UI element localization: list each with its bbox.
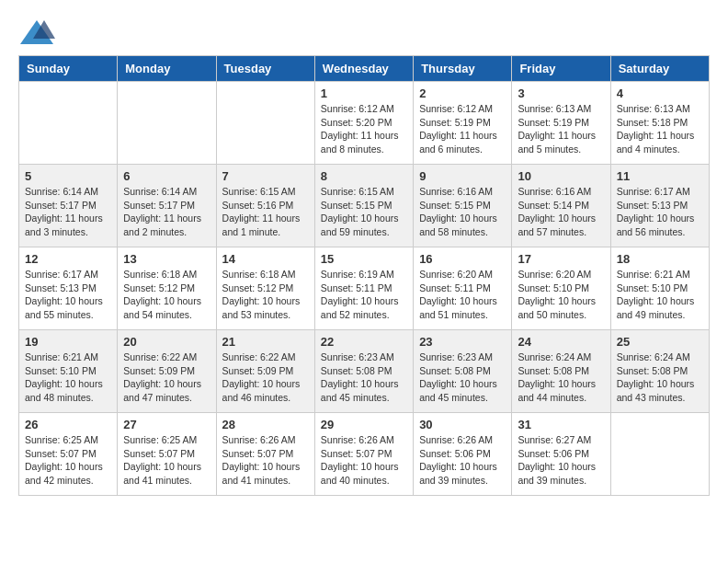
calendar-cell	[610, 413, 709, 496]
calendar-cell: 1Sunrise: 6:12 AM Sunset: 5:20 PM Daylig…	[314, 82, 413, 165]
calendar-cell: 8Sunrise: 6:15 AM Sunset: 5:15 PM Daylig…	[314, 165, 413, 247]
day-number: 26	[25, 418, 111, 431]
day-info: Sunrise: 6:13 AM Sunset: 5:19 PM Dayligh…	[518, 102, 604, 156]
calendar-cell: 19Sunrise: 6:21 AM Sunset: 5:10 PM Dayli…	[19, 330, 118, 413]
day-info: Sunrise: 6:20 AM Sunset: 5:11 PM Dayligh…	[419, 268, 506, 322]
day-number: 6	[123, 169, 210, 183]
calendar-cell: 14Sunrise: 6:18 AM Sunset: 5:12 PM Dayli…	[216, 247, 314, 330]
day-number: 29	[321, 418, 407, 431]
day-info: Sunrise: 6:27 AM Sunset: 5:06 PM Dayligh…	[518, 433, 604, 488]
calendar-cell: 4Sunrise: 6:13 AM Sunset: 5:18 PM Daylig…	[610, 82, 709, 165]
day-number: 31	[518, 418, 604, 431]
calendar-cell: 5Sunrise: 6:14 AM Sunset: 5:17 PM Daylig…	[19, 165, 118, 247]
day-number: 15	[321, 252, 407, 266]
calendar-cell: 13Sunrise: 6:18 AM Sunset: 5:12 PM Dayli…	[118, 247, 216, 330]
day-info: Sunrise: 6:15 AM Sunset: 5:15 PM Dayligh…	[321, 185, 407, 239]
day-number: 24	[518, 335, 604, 349]
calendar-cell: 3Sunrise: 6:13 AM Sunset: 5:19 PM Daylig…	[512, 82, 610, 165]
day-number: 11	[617, 169, 703, 183]
day-info: Sunrise: 6:21 AM Sunset: 5:10 PM Dayligh…	[25, 350, 111, 405]
calendar-cell: 26Sunrise: 6:25 AM Sunset: 5:07 PM Dayli…	[19, 413, 118, 496]
day-number: 10	[518, 169, 604, 183]
day-number: 17	[518, 252, 604, 266]
day-number: 21	[222, 335, 309, 349]
calendar-cell: 20Sunrise: 6:22 AM Sunset: 5:09 PM Dayli…	[118, 330, 216, 413]
day-number: 23	[419, 335, 506, 349]
day-info: Sunrise: 6:24 AM Sunset: 5:08 PM Dayligh…	[518, 350, 604, 405]
day-number: 18	[617, 252, 703, 266]
day-info: Sunrise: 6:14 AM Sunset: 5:17 PM Dayligh…	[123, 185, 210, 239]
calendar-cell: 15Sunrise: 6:19 AM Sunset: 5:11 PM Dayli…	[314, 247, 413, 330]
day-number: 14	[222, 252, 309, 266]
day-number: 27	[123, 418, 210, 431]
day-info: Sunrise: 6:25 AM Sunset: 5:07 PM Dayligh…	[123, 433, 210, 488]
calendar-cell: 18Sunrise: 6:21 AM Sunset: 5:10 PM Dayli…	[610, 247, 709, 330]
day-number: 4	[617, 86, 703, 100]
day-number: 3	[518, 86, 604, 100]
day-number: 5	[25, 169, 111, 183]
day-info: Sunrise: 6:19 AM Sunset: 5:11 PM Dayligh…	[321, 268, 407, 322]
calendar-header-friday: Friday	[512, 56, 610, 82]
day-info: Sunrise: 6:18 AM Sunset: 5:12 PM Dayligh…	[222, 268, 309, 322]
day-info: Sunrise: 6:21 AM Sunset: 5:10 PM Dayligh…	[617, 268, 703, 322]
day-number: 16	[419, 252, 506, 266]
calendar-cell	[216, 82, 314, 165]
calendar-cell: 22Sunrise: 6:23 AM Sunset: 5:08 PM Dayli…	[314, 330, 413, 413]
calendar-cell: 27Sunrise: 6:25 AM Sunset: 5:07 PM Dayli…	[118, 413, 216, 496]
day-info: Sunrise: 6:13 AM Sunset: 5:18 PM Dayligh…	[617, 102, 703, 156]
day-info: Sunrise: 6:20 AM Sunset: 5:10 PM Dayligh…	[518, 268, 604, 322]
day-info: Sunrise: 6:26 AM Sunset: 5:06 PM Dayligh…	[419, 433, 506, 488]
page-header	[18, 18, 710, 46]
day-info: Sunrise: 6:14 AM Sunset: 5:17 PM Dayligh…	[25, 185, 111, 239]
day-number: 8	[321, 169, 407, 183]
day-info: Sunrise: 6:26 AM Sunset: 5:07 PM Dayligh…	[321, 433, 407, 488]
day-info: Sunrise: 6:17 AM Sunset: 5:13 PM Dayligh…	[25, 268, 111, 322]
day-number: 7	[222, 169, 309, 183]
calendar-cell: 12Sunrise: 6:17 AM Sunset: 5:13 PM Dayli…	[19, 247, 118, 330]
logo	[18, 18, 59, 46]
day-number: 22	[321, 335, 407, 349]
calendar-header-row: SundayMondayTuesdayWednesdayThursdayFrid…	[19, 56, 710, 82]
calendar-week-row: 5Sunrise: 6:14 AM Sunset: 5:17 PM Daylig…	[19, 165, 710, 247]
day-number: 30	[419, 418, 506, 431]
calendar-week-row: 26Sunrise: 6:25 AM Sunset: 5:07 PM Dayli…	[19, 413, 710, 496]
calendar-cell	[118, 82, 216, 165]
calendar-week-row: 1Sunrise: 6:12 AM Sunset: 5:20 PM Daylig…	[19, 82, 710, 165]
calendar-cell: 23Sunrise: 6:23 AM Sunset: 5:08 PM Dayli…	[414, 330, 512, 413]
calendar-cell: 10Sunrise: 6:16 AM Sunset: 5:14 PM Dayli…	[512, 165, 610, 247]
day-info: Sunrise: 6:25 AM Sunset: 5:07 PM Dayligh…	[25, 433, 111, 488]
day-info: Sunrise: 6:16 AM Sunset: 5:14 PM Dayligh…	[518, 185, 604, 239]
calendar-cell: 29Sunrise: 6:26 AM Sunset: 5:07 PM Dayli…	[314, 413, 413, 496]
day-number: 19	[25, 335, 111, 349]
calendar-cell: 16Sunrise: 6:20 AM Sunset: 5:11 PM Dayli…	[414, 247, 512, 330]
calendar-cell: 24Sunrise: 6:24 AM Sunset: 5:08 PM Dayli…	[512, 330, 610, 413]
calendar-cell: 28Sunrise: 6:26 AM Sunset: 5:07 PM Dayli…	[216, 413, 314, 496]
logo-icon	[18, 18, 55, 46]
day-number: 28	[222, 418, 309, 431]
day-info: Sunrise: 6:22 AM Sunset: 5:09 PM Dayligh…	[123, 350, 210, 405]
day-info: Sunrise: 6:18 AM Sunset: 5:12 PM Dayligh…	[123, 268, 210, 322]
calendar-header-monday: Monday	[118, 56, 216, 82]
calendar-cell: 7Sunrise: 6:15 AM Sunset: 5:16 PM Daylig…	[216, 165, 314, 247]
calendar-header-wednesday: Wednesday	[314, 56, 413, 82]
day-info: Sunrise: 6:26 AM Sunset: 5:07 PM Dayligh…	[222, 433, 309, 488]
day-number: 2	[419, 86, 506, 100]
day-number: 12	[25, 252, 111, 266]
calendar-cell: 31Sunrise: 6:27 AM Sunset: 5:06 PM Dayli…	[512, 413, 610, 496]
calendar-cell: 9Sunrise: 6:16 AM Sunset: 5:15 PM Daylig…	[414, 165, 512, 247]
calendar-cell: 2Sunrise: 6:12 AM Sunset: 5:19 PM Daylig…	[414, 82, 512, 165]
calendar-header-thursday: Thursday	[414, 56, 512, 82]
calendar-cell: 30Sunrise: 6:26 AM Sunset: 5:06 PM Dayli…	[414, 413, 512, 496]
day-info: Sunrise: 6:23 AM Sunset: 5:08 PM Dayligh…	[321, 350, 407, 405]
day-info: Sunrise: 6:12 AM Sunset: 5:20 PM Dayligh…	[321, 102, 407, 156]
calendar-header-saturday: Saturday	[610, 56, 709, 82]
calendar-cell: 17Sunrise: 6:20 AM Sunset: 5:10 PM Dayli…	[512, 247, 610, 330]
calendar-cell	[19, 82, 118, 165]
day-info: Sunrise: 6:15 AM Sunset: 5:16 PM Dayligh…	[222, 185, 309, 239]
day-info: Sunrise: 6:24 AM Sunset: 5:08 PM Dayligh…	[617, 350, 703, 405]
day-number: 1	[321, 86, 407, 100]
calendar-table: SundayMondayTuesdayWednesdayThursdayFrid…	[18, 55, 710, 496]
day-info: Sunrise: 6:23 AM Sunset: 5:08 PM Dayligh…	[419, 350, 506, 405]
day-number: 9	[419, 169, 506, 183]
calendar-cell: 11Sunrise: 6:17 AM Sunset: 5:13 PM Dayli…	[610, 165, 709, 247]
